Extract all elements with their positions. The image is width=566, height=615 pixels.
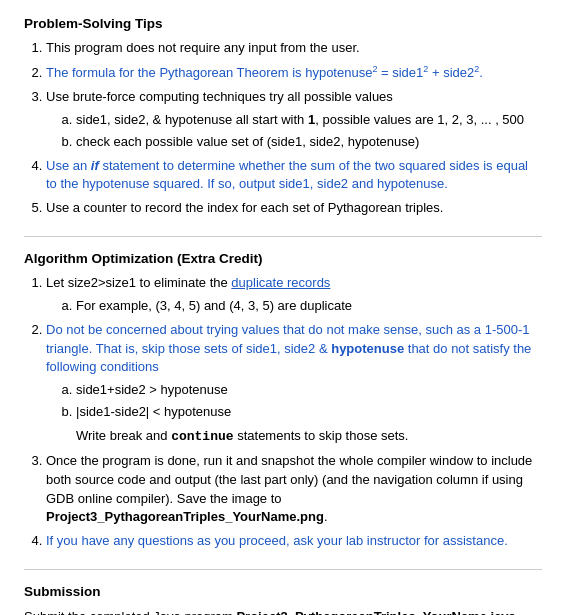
- sub-list: side1, side2, & hypotenuse all start wit…: [46, 111, 542, 152]
- sub-list: For example, (3, 4, 5) and (4, 3, 5) are…: [46, 297, 542, 316]
- item-text: If you have any questions as you proceed…: [46, 533, 508, 548]
- submission-title: Submission: [24, 584, 542, 599]
- item-text: side1+side2 > hypotenuse: [76, 382, 228, 397]
- item-text: Once the program is done, run it and sna…: [46, 453, 532, 525]
- list-item: Use a counter to record the index for ea…: [46, 199, 542, 218]
- sub-list-item: side1, side2, & hypotenuse all start wit…: [76, 111, 542, 130]
- algorithm-title: Algorithm Optimization (Extra Credit): [24, 251, 542, 266]
- write-break-text: Write break and continue statements to s…: [76, 427, 542, 447]
- list-item: If you have any questions as you proceed…: [46, 532, 542, 551]
- sub-list-item: |side1-side2| < hypotenuse: [76, 403, 542, 422]
- sub-list-item: check each possible value set of (side1,…: [76, 133, 542, 152]
- item-text: Use an if statement to determine whether…: [46, 158, 528, 192]
- submission-text: Submit the completed Java program Projec…: [24, 607, 542, 615]
- algorithm-list: Let size2>size1 to eliminate the duplica…: [24, 274, 542, 551]
- item-text: Use a counter to record the index for ea…: [46, 200, 443, 215]
- list-item: The formula for the Pythagorean Theorem …: [46, 63, 542, 83]
- section-divider: [24, 236, 542, 237]
- problem-solving-list: This program does not require any input …: [24, 39, 542, 218]
- sub-list-item: side1+side2 > hypotenuse: [76, 381, 542, 400]
- list-item: Do not be concerned about trying values …: [46, 321, 542, 447]
- sub-list: side1+side2 > hypotenuse |side1-side2| <…: [46, 381, 542, 422]
- list-item: Once the program is done, run it and sna…: [46, 452, 542, 527]
- list-item: Use an if statement to determine whether…: [46, 157, 542, 195]
- sub-list-item: For example, (3, 4, 5) and (4, 3, 5) are…: [76, 297, 542, 316]
- section-divider-2: [24, 569, 542, 570]
- item-text: |side1-side2| < hypotenuse: [76, 404, 231, 419]
- submission-section: Submission Submit the completed Java pro…: [24, 584, 542, 615]
- item-text: check each possible value set of (side1,…: [76, 134, 419, 149]
- item-text: Use brute-force computing techniques try…: [46, 89, 393, 104]
- problem-solving-title: Problem-Solving Tips: [24, 16, 542, 31]
- item-text: The formula for the Pythagorean Theorem …: [46, 65, 483, 80]
- item-text: For example, (3, 4, 5) and (4, 3, 5) are…: [76, 298, 352, 313]
- list-item: This program does not require any input …: [46, 39, 542, 58]
- item-text: side1, side2, & hypotenuse all start wit…: [76, 112, 524, 127]
- list-item: Let size2>size1 to eliminate the duplica…: [46, 274, 542, 316]
- list-item: Use brute-force computing techniques try…: [46, 88, 542, 152]
- problem-solving-section: Problem-Solving Tips This program does n…: [24, 16, 542, 218]
- item-text: Do not be concerned about trying values …: [46, 322, 531, 375]
- item-text: Let size2>size1 to eliminate the duplica…: [46, 275, 330, 290]
- item-text: This program does not require any input …: [46, 40, 360, 55]
- algorithm-section: Algorithm Optimization (Extra Credit) Le…: [24, 251, 542, 551]
